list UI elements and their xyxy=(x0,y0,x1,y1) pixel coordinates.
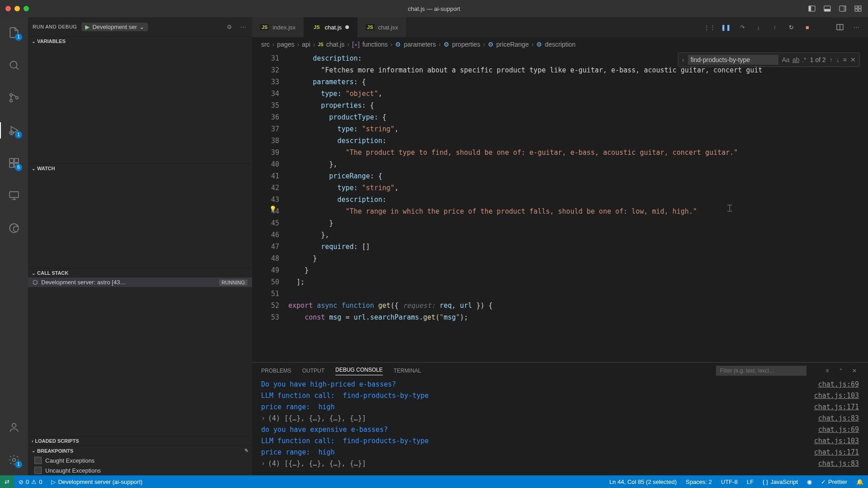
errors-warnings[interactable]: ⊘0 ⚠0 xyxy=(14,478,47,485)
close-window[interactable] xyxy=(5,6,11,11)
minimize-window[interactable] xyxy=(14,6,20,11)
code-content[interactable]: description: "Fetches more information a… xyxy=(288,52,868,362)
extensions-tab[interactable]: 6 xyxy=(3,152,25,174)
console-line[interactable]: LLM function call: find-products-by-type… xyxy=(261,390,859,402)
bc-src[interactable]: src xyxy=(261,41,270,48)
find-in-selection-icon[interactable]: ≡ xyxy=(843,56,847,63)
bc-parameters[interactable]: parameters xyxy=(404,41,436,48)
console-line[interactable]: ›(4) [{…}, {…}, {…}, {…}]chat.js:83 xyxy=(261,458,859,469)
status-bar: ⇄ ⊘0 ⚠0 ▷ Development server (ai-support… xyxy=(0,475,868,488)
js-icon: JS xyxy=(318,42,324,47)
tab-chat-js[interactable]: JS chat.js xyxy=(304,17,358,37)
bc-properties[interactable]: properties xyxy=(452,41,480,48)
panel-right-icon[interactable] xyxy=(838,4,847,13)
launch-config[interactable]: ▶ Development ser ⌄ xyxy=(81,23,148,31)
notifications-icon[interactable]: 🔔 xyxy=(852,478,868,485)
debug-console-body[interactable]: Do you have high-priced e-basses?chat.js… xyxy=(252,379,868,475)
more-actions-icon[interactable]: ⋯ xyxy=(852,23,861,32)
panel-bottom-icon[interactable] xyxy=(823,4,832,13)
match-case-icon[interactable]: Aa xyxy=(782,56,790,63)
bp-caught[interactable]: Caught Exceptions xyxy=(28,455,252,465)
search-tab[interactable] xyxy=(3,54,25,76)
remote-indicator[interactable]: ⇄ xyxy=(0,475,14,488)
checkbox[interactable] xyxy=(34,457,42,464)
code-editor[interactable]: › Aa ab .* 1 of 2 ↑ ↓ ≡ ✕ 31323334353637… xyxy=(252,52,868,362)
console-line[interactable]: do you have expensive e-basses?chat.js:6… xyxy=(261,424,859,435)
variables-section[interactable]: ⌄ VARIABLES xyxy=(28,37,252,46)
problems-tab[interactable]: PROBLEMS xyxy=(261,368,291,374)
find-expand-icon[interactable]: › xyxy=(682,56,684,63)
edit-icon[interactable]: ✎ xyxy=(244,448,248,454)
maximize-window[interactable] xyxy=(24,6,29,11)
remote-explorer-tab[interactable] xyxy=(3,185,25,206)
accounts-tab[interactable] xyxy=(3,416,25,438)
tab-index-jsx[interactable]: JS index.jsx xyxy=(252,17,304,37)
console-line[interactable]: LLM function call: find-products-by-type… xyxy=(261,435,859,447)
terminal-tab[interactable]: TERMINAL xyxy=(394,368,421,374)
telemetry-icon[interactable]: ◉ xyxy=(802,478,816,485)
lightbulb-icon[interactable]: 💡 xyxy=(269,206,277,212)
bc-pages[interactable]: pages xyxy=(277,41,294,48)
breadcrumbs[interactable]: src› pages› api› JS chat.js› [∘] functio… xyxy=(252,37,868,52)
bc-description[interactable]: description xyxy=(545,41,576,48)
find-input[interactable] xyxy=(688,55,778,65)
prettier-status[interactable]: ✓ Prettier xyxy=(816,478,852,485)
language-mode[interactable]: { } JavaScript xyxy=(758,478,802,485)
panel-left-icon[interactable] xyxy=(807,4,816,13)
match-word-icon[interactable]: ab xyxy=(792,56,800,63)
edge-tools-tab[interactable] xyxy=(3,217,25,239)
breakpoints-section[interactable]: ⌄ BREAKPOINTS ✎ xyxy=(28,446,252,455)
prev-match-icon[interactable]: ↑ xyxy=(830,56,833,63)
output-tab[interactable]: OUTPUT xyxy=(302,368,324,374)
bc-api[interactable]: api xyxy=(302,41,310,48)
step-over-icon[interactable]: ↷ xyxy=(738,23,747,32)
stop-icon[interactable]: ■ xyxy=(803,23,812,32)
bc-file[interactable]: chat.js xyxy=(326,41,344,48)
chevron-down-icon: ⌄ xyxy=(32,448,35,453)
console-filter-input[interactable] xyxy=(716,366,806,376)
step-into-icon[interactable]: ↓ xyxy=(754,23,763,32)
callstack-section[interactable]: ⌄ CALL STACK xyxy=(28,268,252,277)
loaded-scripts-section[interactable]: › LOADED SCRIPTS xyxy=(28,436,252,445)
eol[interactable]: LF xyxy=(742,478,758,485)
bp-uncaught[interactable]: Uncaught Exceptions xyxy=(28,465,252,475)
checkbox[interactable] xyxy=(34,467,42,474)
console-line[interactable]: price range: highchat.js:171 xyxy=(261,402,859,413)
regex-icon[interactable]: .* xyxy=(802,56,806,63)
split-editor-icon[interactable] xyxy=(835,23,844,32)
console-line[interactable]: price range: highchat.js:171 xyxy=(261,447,859,458)
gear-icon[interactable]: ⚙ xyxy=(225,22,234,31)
start-debug-icon[interactable]: ▶ xyxy=(85,24,90,30)
restart-icon[interactable]: ↻ xyxy=(787,23,796,32)
bc-functions[interactable]: functions xyxy=(362,41,388,48)
settings-tab[interactable]: 1 xyxy=(3,449,25,471)
warning-icon: ⚠ xyxy=(31,478,37,485)
indentation[interactable]: Spaces: 2 xyxy=(681,478,716,485)
customize-layout-icon[interactable] xyxy=(854,4,863,13)
debug-tab[interactable]: 1 xyxy=(3,120,25,141)
watch-section[interactable]: ⌄ WATCH xyxy=(28,164,252,173)
console-prompt[interactable]: › xyxy=(261,469,859,475)
console-line[interactable]: Do you have high-priced e-basses?chat.js… xyxy=(261,379,859,390)
drag-handle-icon[interactable]: ⋮⋮ xyxy=(705,23,714,32)
cursor-position[interactable]: Ln 44, Col 85 (2 selected) xyxy=(605,478,681,485)
chevron-down-icon[interactable]: ⌄ xyxy=(139,24,144,30)
encoding[interactable]: UTF-8 xyxy=(716,478,742,485)
tree-view-icon[interactable]: ≡ xyxy=(823,366,832,375)
close-panel-icon[interactable]: ✕ xyxy=(850,366,859,375)
next-match-icon[interactable]: ↓ xyxy=(836,56,839,63)
debug-console-tab[interactable]: DEBUG CONSOLE xyxy=(335,367,383,375)
debug-target[interactable]: ▷ Development server (ai-support) xyxy=(47,478,147,485)
tab-chat-jsx[interactable]: JS chat.jsx xyxy=(358,17,407,37)
bc-priceRange[interactable]: priceRange xyxy=(496,41,529,48)
console-line[interactable]: ›(4) [{…}, {…}, {…}, {…}]chat.js:83 xyxy=(261,413,859,424)
explorer-tab[interactable]: 1 xyxy=(3,22,25,43)
close-find-icon[interactable]: ✕ xyxy=(850,56,856,63)
callstack-item[interactable]: ⬡ Development server: astro [43… RUNNING xyxy=(28,277,252,287)
scm-tab[interactable] xyxy=(3,87,25,109)
more-icon[interactable]: ⋯ xyxy=(238,22,248,31)
step-out-icon[interactable]: ↑ xyxy=(770,23,779,32)
chevron-up-icon[interactable]: ⌃ xyxy=(836,366,845,375)
pause-icon[interactable]: ❚❚ xyxy=(721,23,730,32)
breakpoints-label: BREAKPOINTS xyxy=(37,448,73,454)
